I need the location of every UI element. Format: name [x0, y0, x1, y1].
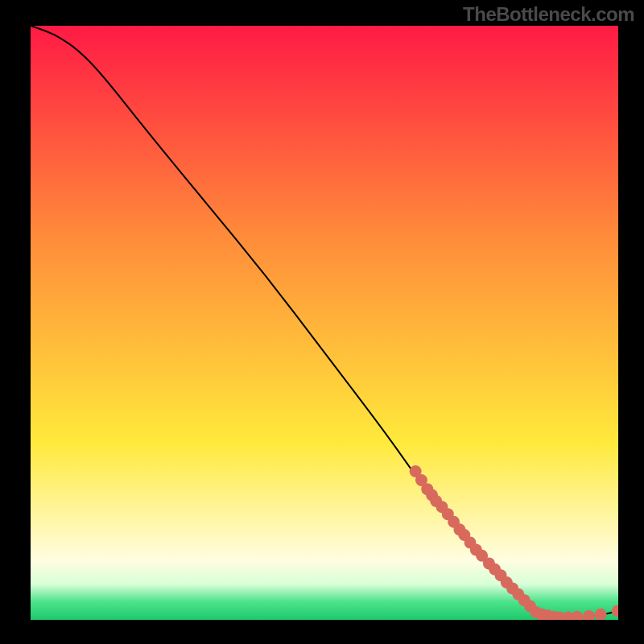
data-marker: [595, 609, 607, 620]
chart-svg: [31, 26, 618, 620]
plot-area: [31, 26, 618, 620]
data-marker: [571, 611, 583, 620]
bottleneck-curve: [31, 26, 618, 617]
data-marker: [612, 605, 618, 617]
watermark-text: TheBottleneck.com: [463, 3, 634, 26]
data-marker: [583, 610, 595, 620]
data-markers: [410, 465, 618, 620]
